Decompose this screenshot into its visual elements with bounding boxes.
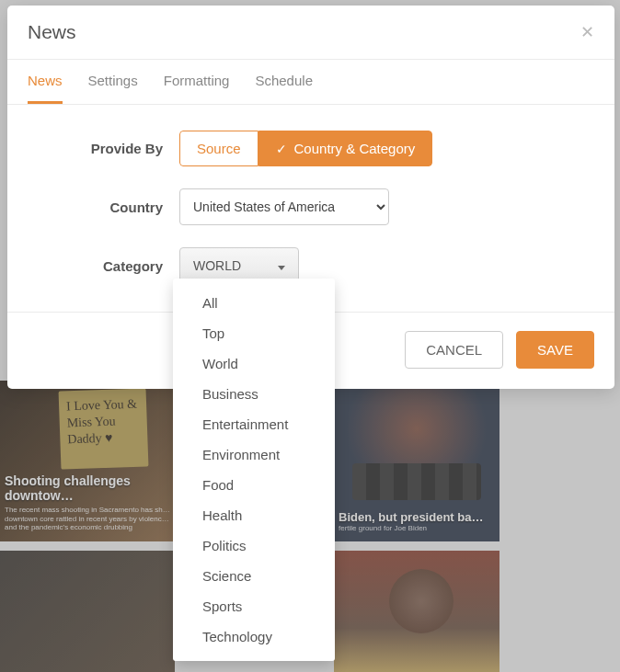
category-option-top[interactable]: Top [173, 318, 335, 348]
country-select[interactable]: United States of America [179, 188, 389, 225]
provide-by-label: Provide By [28, 141, 179, 156]
category-option-sports[interactable]: Sports [173, 591, 335, 621]
category-option-food[interactable]: Food [173, 470, 335, 500]
category-option-business[interactable]: Business [173, 379, 335, 409]
save-button[interactable]: SAVE [516, 331, 594, 369]
modal-header: News ✕ [7, 6, 614, 60]
category-option-science[interactable]: Science [173, 561, 335, 591]
category-option-politics[interactable]: Politics [173, 530, 335, 561]
category-option-environment[interactable]: Environment [173, 439, 335, 470]
cancel-button[interactable]: CANCEL [405, 331, 503, 369]
close-icon: ✕ [580, 23, 594, 41]
category-selected-label: WORLD [193, 258, 241, 273]
toggle-label: Country & Category [294, 141, 416, 156]
chevron-down-icon [278, 258, 285, 273]
toggle-country-category-button[interactable]: Country & Category [258, 131, 433, 166]
category-option-world[interactable]: World [173, 348, 335, 379]
tab-news[interactable]: News [28, 60, 63, 104]
tab-settings[interactable]: Settings [88, 60, 138, 104]
category-option-health[interactable]: Health [173, 500, 335, 530]
close-button[interactable]: ✕ [580, 22, 594, 42]
tab-formatting[interactable]: Formatting [164, 60, 230, 104]
modal-title: News [28, 21, 76, 43]
category-option-entertainment[interactable]: Entertainment [173, 409, 335, 439]
tab-schedule[interactable]: Schedule [255, 60, 313, 104]
toggle-source-button[interactable]: Source [179, 131, 258, 166]
modal-tabs: News Settings Formatting Schedule [7, 60, 614, 105]
provide-by-toggle: Source Country & Category [179, 131, 432, 166]
category-option-technology[interactable]: Technology [173, 621, 335, 652]
check-icon [276, 141, 287, 156]
category-option-all[interactable]: All [173, 288, 335, 318]
category-label: Category [28, 258, 179, 274]
country-label: Country [28, 199, 179, 215]
category-dropdown-menu: All Top World Business Entertainment Env… [173, 279, 335, 661]
